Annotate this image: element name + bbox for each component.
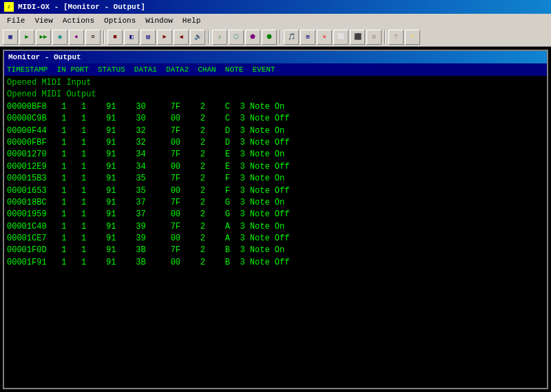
log-data-line: 00001959 1 1 91 37 00 2 G 3 Note Off — [7, 209, 544, 220]
toolbar-btn-9[interactable]: ▤ — [141, 30, 156, 45]
toolbar-btn-12[interactable]: 🔊 — [190, 30, 205, 45]
log-area[interactable]: Opened MIDI InputOpened MIDI Output00000… — [4, 76, 547, 388]
toolbar-btn-14[interactable]: ⬡ — [229, 30, 244, 45]
menu-view[interactable]: View — [30, 15, 56, 26]
toolbar-sep-1 — [103, 30, 105, 44]
menu-actions[interactable]: Actions — [59, 15, 98, 26]
column-headers: TIMESTAMP IN PORT STATUS DATA1 DATA2 CHA… — [4, 63, 547, 76]
toolbar-sep-4 — [384, 30, 386, 44]
toolbar-btn-16[interactable]: ⬢ — [262, 30, 277, 45]
toolbar-btn-13[interactable]: ♪ — [212, 30, 227, 45]
toolbar-btn-5[interactable]: ♦ — [69, 30, 84, 45]
toolbar-btn-21[interactable]: ⬛ — [350, 30, 365, 45]
toolbar-sep-2 — [208, 30, 209, 44]
toolbar-btn-8[interactable]: ◧ — [124, 30, 139, 45]
toolbar-btn-6[interactable]: ≡ — [85, 30, 101, 45]
toolbar-btn-4[interactable]: ◉ — [52, 30, 67, 45]
toolbar-btn-22[interactable]: ⊟ — [366, 30, 382, 45]
toolbar-btn-19[interactable]: ✕ — [317, 30, 332, 45]
log-data-line: 00001F91 1 1 91 3B 00 2 B 3 Note Off — [7, 257, 544, 269]
log-data-line: 00000C9B 1 1 91 30 00 2 C 3 Note Off — [7, 113, 544, 125]
toolbar-btn-23[interactable]: ? — [388, 30, 404, 45]
log-system-line: Opened MIDI Input — [7, 77, 544, 89]
app-icon: ♪ — [4, 2, 14, 12]
menu-help[interactable]: Help — [178, 15, 205, 26]
menu-options[interactable]: Options — [100, 15, 140, 26]
log-data-line: 000012E9 1 1 91 34 00 2 E 3 Note Off — [7, 161, 544, 173]
toolbar-btn-20[interactable]: ⬜ — [333, 30, 349, 45]
toolbar-btn-2[interactable]: ▶ — [19, 30, 34, 45]
toolbar: ▦ ▶ ▶▶ ◉ ♦ ≡ ■ ◧ ▤ ► ◀ 🔊 ♪ ⬡ ⬟ ⬢ 🎵 ⊞ ✕ ⬜… — [0, 28, 551, 47]
toolbar-btn-15[interactable]: ⬟ — [245, 30, 260, 45]
toolbar-btn-18[interactable]: ⊞ — [300, 30, 315, 45]
log-data-line: 00001CE7 1 1 91 39 00 2 A 3 Note Off — [7, 233, 544, 245]
toolbar-btn-10[interactable]: ► — [157, 30, 172, 45]
log-lines: Opened MIDI InputOpened MIDI Output00000… — [7, 77, 544, 269]
log-data-line: 00001270 1 1 91 34 7F 2 E 3 Note On — [7, 149, 544, 161]
toolbar-btn-7[interactable]: ■ — [107, 30, 123, 45]
log-data-line: 00001F0D 1 1 91 3B 7F 2 B 3 Note On — [7, 245, 544, 256]
menu-window[interactable]: Window — [141, 15, 177, 26]
log-data-line: 000015B3 1 1 91 35 7F 2 F 3 Note On — [7, 173, 544, 185]
menu-bar: File View Actions Options Window Help — [0, 14, 551, 28]
title-label: MIDI-OX - [Monitor - Output] — [18, 3, 145, 11]
log-data-line: 00000FBF 1 1 91 32 00 2 D 3 Note Off — [7, 137, 544, 149]
toolbar-btn-24[interactable]: ⚡ — [405, 30, 420, 45]
toolbar-btn-3[interactable]: ▶▶ — [36, 30, 51, 45]
log-system-line: Opened MIDI Output — [7, 89, 544, 101]
log-data-line: 00000BF8 1 1 91 30 7F 2 C 3 Note On — [7, 101, 544, 113]
toolbar-sep-3 — [280, 30, 281, 44]
monitor-title-bar: Monitor - Output — [4, 51, 547, 63]
log-data-line: 00001C40 1 1 91 39 7F 2 A 3 Note On — [7, 221, 544, 233]
toolbar-btn-11[interactable]: ◀ — [174, 30, 189, 45]
toolbar-btn-1[interactable]: ▦ — [3, 30, 18, 45]
toolbar-btn-17[interactable]: 🎵 — [284, 30, 299, 45]
log-data-line: 00001653 1 1 91 35 00 2 F 3 Note Off — [7, 185, 544, 197]
menu-file[interactable]: File — [3, 15, 29, 26]
title-bar: ♪ MIDI-OX - [Monitor - Output] — [0, 0, 551, 14]
log-data-line: 000018BC 1 1 91 37 7F 2 G 3 Note On — [7, 197, 544, 209]
column-headers-text: TIMESTAMP IN PORT STATUS DATA1 DATA2 CHA… — [7, 65, 275, 74]
log-data-line: 00000F44 1 1 91 32 7F 2 D 3 Note On — [7, 125, 544, 137]
monitor-title-label: Monitor - Output — [8, 53, 81, 61]
monitor-window: Monitor - Output TIMESTAMP IN PORT STATU… — [3, 50, 548, 389]
